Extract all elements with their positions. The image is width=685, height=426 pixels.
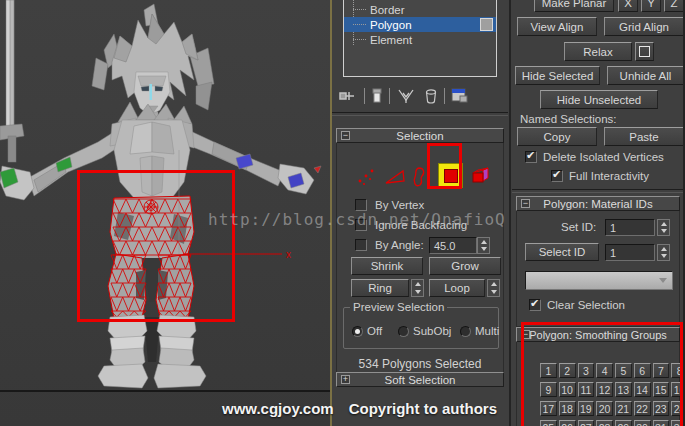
3dsmax-window: x http://blog.csdn.net/QnafioQ www.cgjoy…: [0, 0, 685, 426]
settings-dialog-icon: [639, 46, 650, 57]
preview-selection-group: Preview Selection Off SubObj Multi: [343, 307, 499, 349]
by-vertex-label: By Vertex: [375, 199, 424, 211]
select-id-button[interactable]: Select ID: [525, 243, 599, 261]
make-planar-z-button[interactable]: Z: [664, 0, 684, 12]
element-subobject-icon[interactable]: [469, 165, 491, 191]
soft-selection-rollout: Soft Selection: [336, 372, 504, 387]
toolbar-separator: [444, 88, 445, 104]
ring-spinner[interactable]: [411, 279, 424, 297]
material-ids-header[interactable]: Polygon: Material IDs: [516, 196, 680, 211]
expand-icon[interactable]: [341, 375, 350, 384]
stack-item-label: Element: [370, 34, 412, 46]
show-end-result-icon[interactable]: [371, 88, 383, 104]
ignore-backfacing-label: Ignore Backfacing: [375, 219, 467, 231]
preview-multi-label: Multi: [475, 325, 499, 337]
vertex-subobject-icon[interactable]: [355, 167, 377, 193]
shrink-button[interactable]: Shrink: [351, 257, 423, 275]
named-selections-label: Named Selections:: [520, 113, 617, 125]
tree-branch: [353, 9, 366, 10]
modifier-stack-listbox[interactable]: Border Polygon Element: [343, 0, 497, 77]
make-planar-y-button[interactable]: Y: [641, 0, 661, 12]
preview-multi-radio[interactable]: [460, 326, 471, 337]
stack-item[interactable]: Element: [344, 32, 496, 47]
polygons-selected-status: 534 Polygons Selected: [337, 357, 503, 371]
unhide-all-button[interactable]: Unhide All: [607, 66, 684, 85]
material-ids-rollout: Polygon: Material IDs Set ID: 1 Select I…: [516, 196, 680, 327]
remove-modifier-icon[interactable]: [424, 88, 438, 104]
copy-button[interactable]: Copy: [517, 127, 597, 146]
collapse-icon[interactable]: [521, 199, 530, 208]
delete-isolated-vertices-checkbox[interactable]: [525, 151, 537, 163]
tree-branch: [353, 24, 366, 25]
stack-item[interactable]: Border: [344, 2, 496, 17]
relax-settings-button[interactable]: [635, 42, 654, 61]
stack-item-label: Polygon: [370, 19, 412, 31]
full-interactivity-label: Full Interactivity: [569, 170, 649, 182]
edge-subobject-icon[interactable]: [383, 167, 407, 191]
stack-item[interactable]: Polygon: [344, 17, 496, 32]
preview-selection-legend: Preview Selection: [350, 301, 447, 313]
soft-selection-header[interactable]: Soft Selection: [336, 372, 504, 387]
chevron-down-icon: [659, 278, 667, 283]
section-groove: [512, 189, 683, 193]
grow-button[interactable]: Grow: [429, 257, 501, 275]
selection-rollout: Selection: [336, 128, 504, 380]
clear-selection-checkbox[interactable]: [529, 299, 541, 311]
smoothing-groups-annotation-box: [521, 322, 683, 426]
preview-subobj-radio[interactable]: [398, 326, 409, 337]
relax-button[interactable]: Relax: [564, 42, 632, 61]
grid-align-button[interactable]: Grid Align: [604, 17, 684, 36]
select-id-spinner[interactable]: [657, 244, 670, 261]
command-panel-left-column: Border Polygon Element: [332, 0, 508, 426]
pin-stack-icon[interactable]: [338, 89, 358, 103]
set-id-spinner[interactable]: [657, 219, 670, 236]
selection-rollout-body: By Vertex Ignore Backfacing By Angle: 45…: [336, 143, 504, 380]
subobject-level-row: [337, 161, 503, 197]
subobject-color-swatch: [480, 18, 493, 31]
soft-selection-title: Soft Selection: [385, 374, 456, 386]
modifier-stack-toolbar: [338, 84, 502, 108]
collapse-icon[interactable]: [341, 131, 350, 140]
hide-selected-button[interactable]: Hide Selected: [515, 66, 600, 85]
paste-button[interactable]: Paste: [604, 127, 684, 146]
by-angle-label: By Angle:: [375, 239, 424, 251]
select-id-field[interactable]: 1: [605, 244, 655, 261]
toolbar-separator: [389, 88, 390, 104]
selection-rollout-title: Selection: [396, 130, 443, 142]
by-angle-field[interactable]: 45.0: [429, 237, 477, 254]
material-ids-body: Set ID: 1 Select ID 1 Clear Selection: [516, 211, 680, 327]
preview-off-label: Off: [367, 325, 382, 337]
stack-item-label: Border: [370, 4, 405, 16]
full-interactivity-checkbox[interactable]: [551, 170, 563, 182]
set-id-label: Set ID:: [561, 221, 596, 233]
loop-spinner[interactable]: [487, 279, 500, 297]
delete-isolated-vertices-label: Delete Isolated Vertices: [543, 151, 664, 163]
loop-button[interactable]: Loop: [429, 279, 485, 297]
set-id-field[interactable]: 1: [605, 219, 655, 236]
pants-annotation-box: [77, 170, 235, 322]
make-planar-x-button[interactable]: X: [618, 0, 638, 12]
make-planar-button[interactable]: Make Planar: [534, 0, 614, 12]
make-unique-icon[interactable]: [396, 88, 416, 104]
by-angle-spinner[interactable]: [477, 237, 490, 254]
ignore-backfacing-checkbox[interactable]: [355, 219, 367, 231]
polygon-icon-annotation-box: [427, 143, 462, 189]
gizmo-x-label: x: [286, 249, 291, 260]
3d-viewport[interactable]: x: [0, 0, 330, 426]
sword: [0, 0, 24, 162]
preview-subobj-label: SubObj: [413, 325, 451, 337]
selection-rollout-header[interactable]: Selection: [336, 128, 504, 143]
hide-unselected-button[interactable]: Hide Unselected: [540, 90, 658, 109]
panel-column-divider: [509, 0, 511, 426]
ring-button[interactable]: Ring: [351, 279, 409, 297]
by-angle-checkbox[interactable]: [355, 239, 367, 251]
boots: [98, 315, 206, 388]
by-vertex-checkbox[interactable]: [355, 199, 367, 211]
configure-modifier-sets-icon[interactable]: [451, 88, 469, 104]
view-align-button[interactable]: View Align: [517, 17, 597, 36]
material-id-dropdown[interactable]: [525, 271, 673, 290]
tree-branch: [353, 39, 366, 40]
toolbar-separator: [364, 88, 365, 104]
preview-off-radio[interactable]: [352, 326, 363, 337]
viewport-panel-divider: [330, 0, 332, 426]
